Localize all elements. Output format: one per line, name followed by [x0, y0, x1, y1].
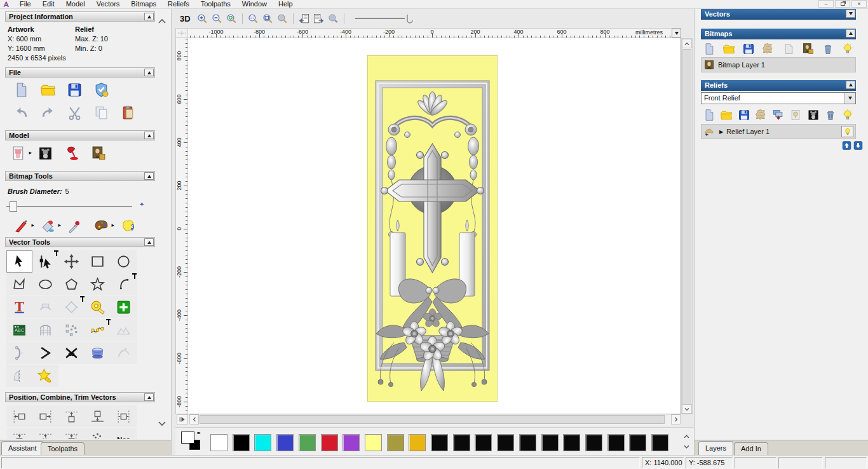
- swatch-10[interactable]: [431, 434, 448, 451]
- relief-bulb-page-icon[interactable]: [787, 107, 804, 123]
- align-right-icon[interactable]: [32, 405, 58, 427]
- trash2-icon[interactable]: [822, 107, 839, 123]
- trim-icon[interactable]: [58, 342, 85, 364]
- zoom-out-icon[interactable]: [210, 11, 224, 25]
- line-width-slider[interactable]: [353, 12, 416, 25]
- brush-diameter-slider[interactable]: [6, 201, 132, 212]
- units-dropdown-button[interactable]: [672, 29, 681, 37]
- node-editing-icon[interactable]: [32, 250, 58, 273]
- page-right-icon[interactable]: [311, 11, 326, 25]
- menu-vectors[interactable]: Vectors: [91, 0, 126, 9]
- create-polyline-icon[interactable]: [6, 273, 32, 296]
- swatch-12[interactable]: [475, 434, 492, 451]
- vertical-scroll-thumb[interactable]: [682, 49, 691, 405]
- swatch-7[interactable]: [365, 434, 382, 451]
- scroll-up-button[interactable]: [682, 39, 692, 48]
- collapse-reliefs-button[interactable]: [846, 81, 855, 89]
- relief-preview-icon[interactable]: [805, 107, 822, 123]
- fit-curve-icon[interactable]: [85, 319, 111, 341]
- primary-colour[interactable]: [181, 432, 194, 444]
- mirror-vectors-icon[interactable]: [6, 365, 32, 387]
- create-text-icon[interactable]: T: [6, 296, 32, 318]
- restore-button[interactable]: [835, 0, 850, 8]
- menu-bitmaps[interactable]: Bitmaps: [125, 0, 162, 9]
- select-vectors-icon[interactable]: [6, 250, 32, 273]
- collapse-bitmaps-button[interactable]: [846, 29, 855, 37]
- panel-scroll-down-icon[interactable]: [157, 418, 167, 428]
- menu-reliefs[interactable]: Reliefs: [162, 0, 195, 9]
- model-size-icon[interactable]: [5, 144, 32, 163]
- slider-thumb[interactable]: [10, 201, 17, 212]
- cut-icon[interactable]: [61, 103, 88, 122]
- nesting-icon[interactable]: Nes: [111, 428, 137, 439]
- spline-gray-icon[interactable]: [111, 342, 137, 364]
- swatch-6[interactable]: [342, 434, 360, 451]
- swatch-15[interactable]: [541, 434, 559, 451]
- lens-icon[interactable]: [326, 11, 341, 25]
- align-centre-icon[interactable]: [111, 405, 137, 427]
- swatch-18[interactable]: [607, 434, 625, 451]
- collapse-vector-tools-button[interactable]: [144, 238, 154, 246]
- new-model-icon[interactable]: [8, 80, 34, 99]
- swatch-1[interactable]: [233, 434, 250, 451]
- horizontal-scroll-thumb[interactable]: [200, 415, 665, 424]
- tab-toolpaths[interactable]: Toolpaths: [41, 442, 85, 455]
- sculpt-gray-icon[interactable]: [111, 319, 137, 341]
- minimize-button[interactable]: –: [818, 0, 834, 8]
- collapse-bitmap-tools-button[interactable]: [144, 172, 154, 180]
- picture-icon[interactable]: [85, 144, 112, 163]
- scroll-left-button[interactable]: [189, 414, 199, 425]
- chamfer-icon[interactable]: [32, 342, 58, 364]
- paint-icon[interactable]: [8, 216, 34, 235]
- swatch-20[interactable]: [651, 434, 668, 451]
- swatch-13[interactable]: [497, 434, 514, 451]
- interactive-glass-icon[interactable]: [85, 342, 111, 364]
- menu-help[interactable]: Help: [273, 0, 299, 9]
- undo-icon[interactable]: [8, 103, 34, 122]
- clear-bitmap-icon[interactable]: [780, 41, 797, 57]
- menu-toolpaths[interactable]: Toolpaths: [195, 0, 236, 9]
- create-star-icon[interactable]: [85, 273, 111, 296]
- offset-dots-icon[interactable]: [58, 319, 85, 341]
- panel-toggle-button[interactable]: [177, 414, 188, 425]
- swatch-2[interactable]: [254, 434, 271, 451]
- swatch-0[interactable]: [210, 434, 227, 451]
- trash-icon[interactable]: [820, 41, 836, 57]
- vertical-scrollbar[interactable]: [681, 38, 693, 414]
- canvas-viewport[interactable]: [188, 38, 681, 414]
- zoom-1-1-icon[interactable]: 1:1: [246, 11, 261, 25]
- toggle-bulb2-icon[interactable]: [839, 107, 856, 123]
- new-relief-icon[interactable]: [701, 107, 717, 123]
- model-preview-icon[interactable]: [32, 144, 58, 163]
- swatch-19[interactable]: [629, 434, 646, 451]
- snap-icon[interactable]: [111, 296, 137, 318]
- panel-scroll-up-icon[interactable]: [157, 17, 167, 27]
- scatter-icon[interactable]: [85, 428, 111, 439]
- model-properties-icon[interactable]: [88, 80, 114, 99]
- expand-vectors-button[interactable]: [846, 10, 855, 18]
- copy-icon[interactable]: [88, 103, 114, 122]
- 3d-view-button[interactable]: 3D: [177, 14, 195, 24]
- vector-doctor-icon[interactable]: [32, 365, 58, 387]
- flood-fill-icon[interactable]: [34, 216, 61, 235]
- delete-relief-icon[interactable]: [753, 107, 770, 123]
- new-bitmap-icon[interactable]: [701, 41, 717, 57]
- bitmap-layer-row[interactable]: Bitmap Layer 1: [701, 57, 856, 72]
- swatch-8[interactable]: [387, 434, 404, 451]
- close-button[interactable]: ×: [851, 0, 867, 8]
- align-left-icon[interactable]: [6, 405, 32, 427]
- create-polygon-icon[interactable]: [58, 273, 85, 296]
- light-icon[interactable]: [58, 144, 85, 163]
- move-layer-up-button[interactable]: [842, 141, 851, 150]
- tab-add-in[interactable]: Add In: [734, 442, 768, 455]
- transform-vectors-icon[interactable]: [58, 250, 85, 273]
- relief-visibility-button[interactable]: [841, 126, 853, 137]
- collapse-model-button[interactable]: [144, 132, 154, 139]
- create-ellipse-icon[interactable]: [32, 273, 58, 296]
- tab-assistant[interactable]: Assistant: [1, 441, 44, 455]
- zoom-previous-icon[interactable]: [224, 11, 239, 25]
- combo-drop-button[interactable]: [844, 93, 855, 104]
- swatch-9[interactable]: [409, 434, 426, 451]
- swatch-5[interactable]: [321, 434, 338, 451]
- relief-layer-row[interactable]: ▶ Relief Layer 1: [701, 124, 856, 139]
